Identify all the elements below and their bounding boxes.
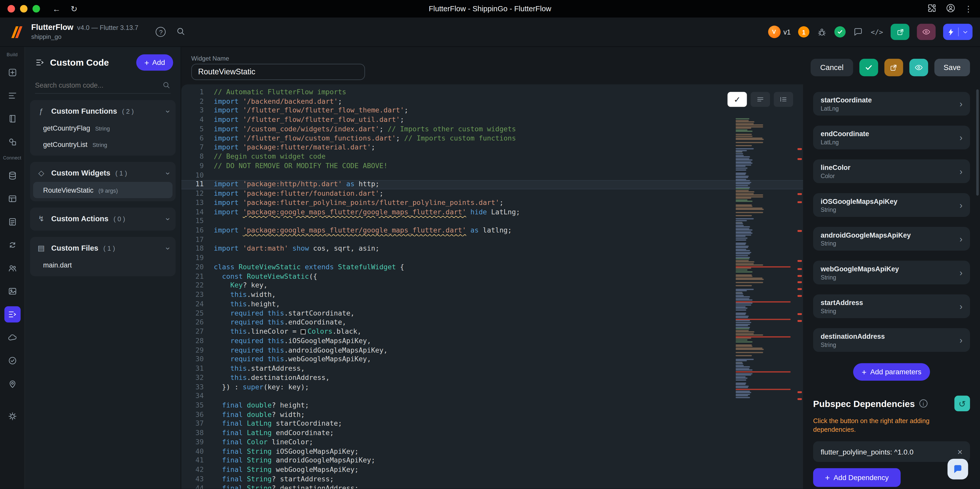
section-header-functions[interactable]: ƒCustom Functions( 2 )› xyxy=(30,102,175,120)
code-line[interactable]: 13import 'package:flutter_polyline_point… xyxy=(181,199,803,208)
rail-item-media[interactable] xyxy=(4,283,21,299)
code-line[interactable]: 38 final LatLng endCoordinate; xyxy=(181,429,803,438)
version-badge[interactable]: V v1 xyxy=(768,25,791,38)
code-line[interactable]: 26 required this.endCoordinate, xyxy=(181,319,803,328)
notification-badge[interactable]: 1 xyxy=(798,26,809,38)
rail-item-database[interactable] xyxy=(4,167,21,184)
rail-item-widget-tree[interactable] xyxy=(4,88,21,104)
code-line[interactable]: 34 xyxy=(181,392,803,401)
code-line[interactable]: 44 final String? destinationAddress; xyxy=(181,484,803,489)
parameter-item-webGoogleMapsApiKey[interactable]: webGoogleMapsApiKeyString› xyxy=(813,261,970,284)
code-line[interactable]: 36 final double? width; xyxy=(181,411,803,420)
code-line[interactable]: 14import 'package:google_maps_flutter/go… xyxy=(181,208,803,217)
check-code-button[interactable]: ✓ xyxy=(728,92,747,107)
profile-icon[interactable] xyxy=(945,3,956,14)
code-line[interactable]: 43 final String? startAddress; xyxy=(181,475,803,484)
code-line[interactable]: 21 const RouteViewStatic({ xyxy=(181,272,803,282)
cancel-button[interactable]: Cancel xyxy=(811,59,853,76)
code-line[interactable]: 5import '/custom_code/widgets/index.dart… xyxy=(181,125,803,134)
rail-item-data-types[interactable] xyxy=(4,191,21,207)
run-app-button[interactable] xyxy=(943,24,973,40)
search-icon[interactable] xyxy=(176,26,186,38)
section-header-widgets[interactable]: ◇Custom Widgets( 1 )› xyxy=(30,164,175,182)
parameter-item-androidGoogleMapsApiKey[interactable]: androidGoogleMapsApiKeyString› xyxy=(813,227,970,251)
code-line[interactable]: 19 xyxy=(181,254,803,263)
code-line[interactable]: 23 this.width, xyxy=(181,291,803,300)
chat-support-button[interactable] xyxy=(948,459,968,480)
code-line[interactable]: 3import '/flutter_flow/flutter_flow_them… xyxy=(181,107,803,116)
minimize-window-button[interactable] xyxy=(20,5,27,13)
code-line[interactable]: 28 required this.iOSGoogleMapsApiKey, xyxy=(181,337,803,346)
code-line[interactable]: 39 final Color lineColor; xyxy=(181,438,803,448)
rail-item-settings[interactable] xyxy=(4,408,21,425)
rail-item-users[interactable] xyxy=(4,260,21,276)
format-code-button[interactable] xyxy=(751,92,770,107)
code-line[interactable]: 8// Begin custom widget code xyxy=(181,153,803,162)
parameter-item-iOSGoogleMapsApiKey[interactable]: iOSGoogleMapsApiKeyString› xyxy=(813,193,970,217)
rail-item-integrations[interactable] xyxy=(4,376,21,392)
code-line[interactable]: 42 final String webGoogleMapsApiKey; xyxy=(181,466,803,475)
rail-item-forms[interactable] xyxy=(4,214,21,230)
parameter-item-endCoordinate[interactable]: endCoordinateLatLng› xyxy=(813,126,970,150)
rail-item-api[interactable] xyxy=(4,237,21,253)
compile-check-button[interactable] xyxy=(859,59,878,76)
code-line[interactable]: 17 xyxy=(181,236,803,245)
code-line[interactable]: 31 this.startAddress, xyxy=(181,364,803,374)
preview-widget-button[interactable] xyxy=(909,59,928,76)
rail-item-components[interactable] xyxy=(4,134,21,150)
zoom-window-button[interactable] xyxy=(32,5,40,13)
rail-item-canvas[interactable] xyxy=(4,64,21,81)
code-line[interactable]: 22 Key? key, xyxy=(181,282,803,291)
code-line[interactable]: 24 this.height, xyxy=(181,300,803,309)
code-line[interactable]: 6import '/flutter_flow/custom_functions.… xyxy=(181,134,803,143)
code-line[interactable]: 37 final LatLng startCoordinate; xyxy=(181,420,803,429)
open-external-button[interactable] xyxy=(891,24,909,40)
rail-item-cloud-functions[interactable] xyxy=(4,329,21,346)
code-line[interactable]: 30 required this.webGoogleMapsApiKey, xyxy=(181,355,803,364)
editor-settings-button[interactable] xyxy=(774,92,793,107)
code-line[interactable]: 12import 'package:flutter/foundation.dar… xyxy=(181,189,803,199)
code-line[interactable]: 11import 'package:http/http.dart' as htt… xyxy=(181,180,803,189)
help-icon[interactable]: ? xyxy=(156,27,166,37)
code-editor[interactable]: 1// Automatic FlutterFlow imports2import… xyxy=(181,84,803,489)
parameter-item-lineColor[interactable]: lineColorColor› xyxy=(813,159,970,183)
code-line[interactable]: 33 }) : super(key: key); xyxy=(181,383,803,392)
bug-report-button[interactable] xyxy=(817,27,827,37)
save-button[interactable]: Save xyxy=(934,59,970,76)
code-line[interactable]: 10 xyxy=(181,171,803,180)
browser-menu-icon[interactable]: ⋮ xyxy=(964,4,973,14)
section-header-files[interactable]: ▤Custom Files( 1 )› xyxy=(30,239,175,257)
rail-item-guides[interactable] xyxy=(4,111,21,127)
refresh-dependencies-button[interactable]: ↺ xyxy=(955,396,970,411)
code-line[interactable]: 41 final String androidGoogleMapsApiKey; xyxy=(181,457,803,466)
code-line[interactable]: 15 xyxy=(181,217,803,226)
minimap[interactable] xyxy=(735,118,794,401)
code-line[interactable]: 2import '/backend/backend.dart'; xyxy=(181,97,803,107)
code-line[interactable]: 40 final String iOSGoogleMapsApiKey; xyxy=(181,448,803,457)
comments-button[interactable] xyxy=(853,27,863,37)
list-item-main.dart[interactable]: main.dart xyxy=(33,257,173,273)
extensions-icon[interactable] xyxy=(927,3,937,14)
widget-name-input[interactable] xyxy=(191,64,365,80)
preview-mode-button[interactable] xyxy=(917,24,935,40)
view-code-button[interactable]: </> xyxy=(871,28,883,36)
code-line[interactable]: 1// Automatic FlutterFlow imports xyxy=(181,88,803,97)
code-line[interactable]: 27 this.lineColor = Colors.black, xyxy=(181,328,803,337)
code-line[interactable]: 7import 'package:flutter/material.dart'; xyxy=(181,143,803,153)
build-status-badge[interactable] xyxy=(834,26,846,38)
code-line[interactable]: 18import 'dart:math' show cos, sqrt, asi… xyxy=(181,245,803,254)
add-custom-code-button[interactable]: Add xyxy=(136,54,173,71)
list-item-getCountryFlag[interactable]: getCountryFlagString xyxy=(33,120,173,137)
code-line[interactable]: 16import 'package:google_maps_flutter/go… xyxy=(181,226,803,236)
code-line[interactable]: 32 this.destinationAddress, xyxy=(181,374,803,383)
add-dependency-button[interactable]: Add Dependency xyxy=(813,468,901,487)
add-parameters-button[interactable]: Add parameters xyxy=(853,363,930,381)
parameter-item-startCoordinate[interactable]: startCoordinateLatLng› xyxy=(813,92,970,116)
code-line[interactable]: 4import '/flutter_flow/flutter_flow_util… xyxy=(181,116,803,125)
reload-button[interactable]: ↻ xyxy=(70,4,77,14)
code-line[interactable]: 9// DO NOT REMOVE OR MODIFY THE CODE ABO… xyxy=(181,162,803,171)
search-input[interactable] xyxy=(35,81,162,89)
parameter-item-destinationAddress[interactable]: destinationAddressString› xyxy=(813,328,970,352)
list-item-RouteViewStatic[interactable]: RouteViewStatic(9 args) xyxy=(33,182,173,198)
rail-item-tests[interactable] xyxy=(4,352,21,369)
